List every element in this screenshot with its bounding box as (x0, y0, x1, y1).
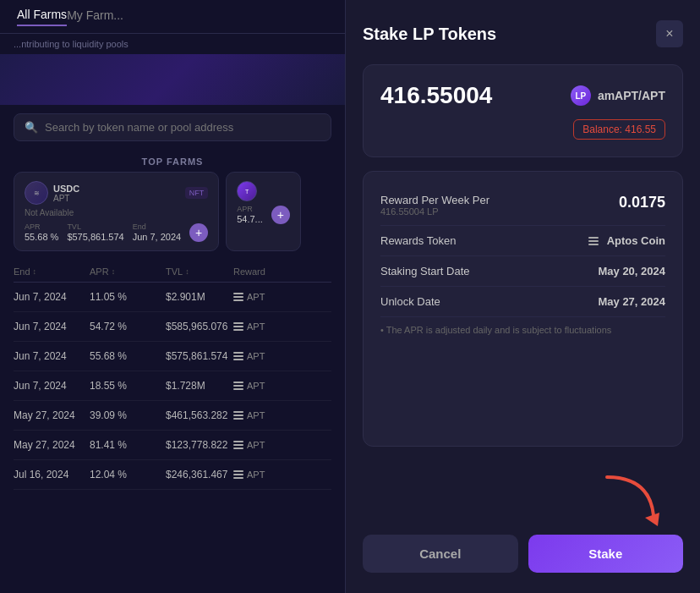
th-tvl: TVL ↕ (166, 266, 233, 277)
reward-per-week-sub: 416.55004 LP (380, 206, 489, 217)
stake-modal: Stake LP Tokens × 416.55004 LP amAPT/APT… (345, 0, 700, 593)
td-end-0: Jun 7, 2024 (14, 291, 90, 303)
modal-title: Stake LP Tokens (363, 25, 496, 44)
reward-label-group: Reward Per Week Per 416.55004 LP (380, 194, 489, 217)
top-farms-label: TOP FARMS (0, 150, 345, 172)
search-bar: 🔍 (14, 113, 331, 141)
cancel-button[interactable]: Cancel (363, 535, 518, 573)
amount-row: 416.55004 LP amAPT/APT (380, 82, 665, 109)
table-row[interactable]: Jun 7, 2024 18.55 % $1.728M APT (14, 371, 331, 401)
modal-footer: Cancel Stake (363, 528, 683, 573)
th-apr: APR ↕ (90, 266, 166, 277)
td-end-2: Jun 7, 2024 (14, 350, 90, 362)
tab-all-farms[interactable]: All Farms (17, 8, 67, 26)
td-end-4: May 27, 2024 (14, 409, 90, 421)
not-available: Not Available (25, 208, 208, 217)
rewards-token-label: Rewards Token (380, 234, 456, 247)
token-icon: ≋ (25, 181, 48, 205)
reward-per-week-value: 0.0175 (619, 194, 665, 211)
unlock-date-label: Unlock Date (380, 295, 440, 308)
rewards-token-value: Aptos Coin (588, 234, 665, 247)
td-apr-5: 81.41 % (90, 439, 166, 451)
sort-icon-end: ↕ (33, 267, 37, 276)
stat-apr: APR 55.68 % (25, 222, 58, 242)
pair-name: amAPT/APT (598, 89, 665, 102)
td-tvl-1: $585,965.076 (166, 321, 233, 332)
red-arrow-icon (599, 469, 666, 531)
td-reward-4: APT (233, 410, 331, 420)
farm-cards-row: ≋ USDC APT NFT Not Available APR 55.68 %… (0, 172, 345, 251)
nft-badge: NFT (185, 187, 209, 199)
search-icon: 🔍 (25, 121, 38, 134)
td-reward-5: APT (233, 440, 331, 450)
td-end-6: Jul 16, 2024 (14, 469, 90, 480)
td-tvl-3: $1.728M (166, 380, 233, 392)
info-row-staking-start: Staking Start Date May 20, 2024 (380, 256, 665, 287)
td-apr-1: 54.72 % (90, 321, 166, 332)
top-nav: All Farms My Farm... (0, 0, 345, 34)
td-tvl-6: $246,361.467 (166, 469, 233, 480)
unlock-date-value: May 27, 2024 (598, 295, 665, 308)
plus-button[interactable]: + (189, 223, 208, 242)
stat-apr-2: APR 54.7... (237, 205, 263, 224)
sort-icon-apr: ↕ (112, 267, 116, 276)
td-tvl-2: $575,861.574 (166, 350, 233, 362)
table-row[interactable]: Jun 7, 2024 11.05 % $2.901M APT (14, 283, 331, 312)
balance-badge: Balance: 416.55 (573, 119, 665, 140)
pair-icon: LP (571, 85, 591, 106)
rewards-token-name: Aptos Coin (607, 234, 665, 247)
td-reward-6: APT (233, 469, 331, 480)
td-reward-1: APT (233, 321, 331, 332)
td-end-1: Jun 7, 2024 (14, 321, 90, 332)
farm-card-stats: APR 55.68 % TVL $575,861.574 End Jun 7, … (25, 222, 208, 242)
token-names: USDC APT (53, 184, 79, 203)
amount-value: 416.55004 (380, 82, 492, 109)
td-reward-3: APT (233, 381, 331, 391)
td-tvl-5: $123,778.822 (166, 439, 233, 451)
tab-my-farms[interactable]: My Farm... (67, 8, 123, 25)
td-end-3: Jun 7, 2024 (14, 380, 90, 392)
token-main: USDC (53, 184, 79, 194)
td-tvl-4: $461,563.282 (166, 409, 233, 421)
arrow-area (363, 460, 683, 528)
td-apr-6: 12.04 % (90, 469, 166, 480)
reward-per-week-label: Reward Per Week Per (380, 194, 489, 206)
td-end-5: May 27, 2024 (14, 439, 90, 451)
token-sub: APT (53, 194, 79, 203)
table-container: End ↕ APR ↕ TVL ↕ Reward Jun 7, 2024 11.… (0, 261, 345, 490)
token-icon-2: T (237, 181, 257, 201)
contributing-text: ...ntributing to liquidity pools (0, 34, 345, 54)
modal-header: Stake LP Tokens × (363, 20, 683, 47)
stat-end: End Jun 7, 2024 (133, 222, 182, 242)
table-row[interactable]: Jun 7, 2024 54.72 % $585,965.076 APT (14, 312, 331, 342)
staking-start-value: May 20, 2024 (598, 265, 665, 277)
sort-icon-tvl: ↕ (185, 267, 189, 276)
stat-tvl: TVL $575,861.574 (67, 222, 123, 242)
info-section: Reward Per Week Per 416.55004 LP 0.0175 … (363, 171, 683, 447)
th-reward: Reward (233, 266, 331, 277)
table-row-dark-ages[interactable]: Jul 16, 2024 12.04 % $246,361.467 APT (14, 460, 331, 490)
banner-area (0, 54, 345, 105)
disclaimer: The APR is adjusted daily and is subject… (380, 317, 665, 343)
search-input[interactable] (45, 121, 320, 134)
th-end: End ↕ (14, 266, 90, 277)
td-tvl-0: $2.901M (166, 291, 233, 303)
table-header: End ↕ APR ↕ TVL ↕ Reward (14, 261, 331, 283)
close-button[interactable]: × (656, 20, 683, 47)
plus-button-2[interactable]: + (271, 206, 290, 224)
td-apr-4: 39.09 % (90, 409, 166, 421)
staking-start-label: Staking Start Date (380, 265, 470, 277)
farm-card-stats-2: APR 54.7... + (237, 205, 290, 224)
left-panel: All Farms My Farm... ...ntributing to li… (0, 0, 345, 593)
farm-card-1[interactable]: ≋ USDC APT NFT Not Available APR 55.68 %… (14, 172, 219, 251)
table-row[interactable]: May 27, 2024 81.41 % $123,778.822 APT (14, 431, 331, 460)
td-reward-0: APT (233, 292, 331, 302)
amount-card: 416.55004 LP amAPT/APT Balance: 416.55 (363, 64, 683, 157)
td-apr-3: 18.55 % (90, 380, 166, 392)
table-row-aptos-og[interactable]: Aptos OG May 27, 2024 39.09 % $461,563.2… (14, 401, 331, 431)
stake-button[interactable]: Stake (528, 535, 684, 573)
farm-card-tokens: ≋ USDC APT NFT (25, 181, 208, 205)
farm-card-2[interactable]: T APR 54.7... + (226, 172, 301, 251)
table-row[interactable]: Jun 7, 2024 55.68 % $575,861.574 APT (14, 342, 331, 371)
info-row-reward-per-week: Reward Per Week Per 416.55004 LP 0.0175 (380, 185, 665, 226)
